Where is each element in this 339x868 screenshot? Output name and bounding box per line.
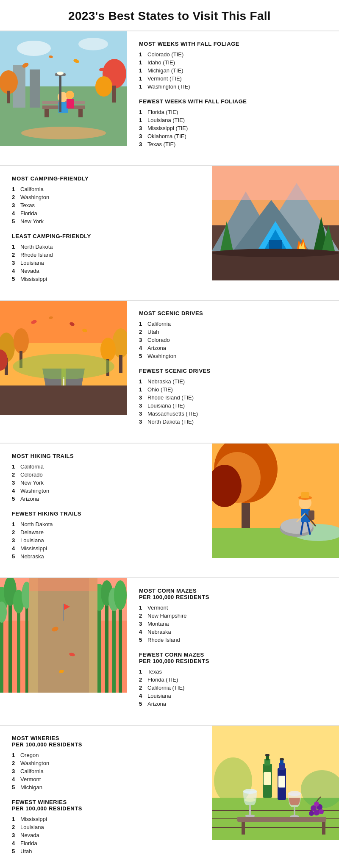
svg-point-17 [66, 91, 74, 99]
list-item: 2Delaware [12, 528, 200, 536]
svg-point-6 [0, 70, 18, 94]
list-item: 5Utah [12, 847, 200, 855]
list-item: 3Oklahoma (TIE) [139, 132, 327, 140]
scenic-content: MOST SCENIC DRIVES 1California 2Utah 3Co… [127, 301, 339, 443]
list-item: 1Washington (TIE) [139, 83, 327, 91]
most-scenic-block: MOST SCENIC DRIVES 1California 2Utah 3Co… [139, 310, 327, 360]
winery-section: MOST WINERIES PER 100,000 RESIDENTS 1Ore… [0, 725, 339, 868]
svg-rect-133 [294, 807, 295, 816]
list-item: 5Nebraska [12, 552, 200, 560]
most-hiking-block: MOST HIKING TRAILS 1California 2Colorado… [12, 453, 200, 503]
most-foliage-block: MOST WEEKS WITH FALL FOLIAGE 1Colorado (… [139, 41, 327, 91]
fewest-corn-block: FEWEST CORN MAZES PER 100,000 RESIDENTS … [139, 652, 327, 708]
svg-point-26 [21, 127, 106, 139]
svg-rect-18 [67, 99, 74, 108]
svg-point-2 [78, 38, 108, 50]
list-item: 3Rhode Island (TIE) [139, 394, 327, 402]
winery-content: MOST WINERIES PER 100,000 RESIDENTS 1Ore… [0, 726, 212, 868]
most-scenic-title: MOST SCENIC DRIVES [139, 310, 327, 316]
list-item: 1North Dakota [12, 520, 200, 528]
svg-rect-52 [119, 355, 122, 373]
corn-maze-image [0, 578, 127, 693]
fewest-corn-list: 1Texas 2Florida (TIE) 2California (TIE) … [139, 668, 327, 708]
svg-rect-143 [322, 822, 325, 835]
page-title: 2023's Best States to Visit This Fall [0, 0, 339, 31]
list-item: 1Louisiana (TIE) [139, 116, 327, 124]
svg-rect-142 [242, 822, 245, 835]
list-item: 5Arizona [139, 700, 327, 708]
svg-rect-127 [278, 776, 285, 788]
svg-rect-129 [249, 805, 251, 816]
fewest-foliage-title: FEWEST WEEKS WITH FALL FOLIAGE [139, 98, 327, 105]
list-item: 4Washington [12, 487, 200, 495]
svg-point-140 [314, 801, 319, 807]
svg-point-43 [212, 249, 339, 257]
corn-maze-section: MOST CORN MAZES PER 100,000 RESIDENTS 1V… [0, 577, 339, 725]
svg-point-10 [95, 76, 112, 97]
most-camping-title: MOST CAMPING-FRIENDLY [12, 175, 200, 182]
fewest-foliage-list: 1Florida (TIE) 1Louisiana (TIE) 3Mississ… [139, 108, 327, 148]
list-item: 1Idaho (TIE) [139, 58, 327, 67]
list-item: 5Mississippi [12, 275, 200, 283]
list-item: 1California [139, 320, 327, 328]
most-foliage-list: 1Colorado (TIE) 1Idaho (TIE) 1Michigan (… [139, 50, 327, 91]
list-item: 2Rhode Island [12, 251, 200, 259]
most-scenic-list: 1California 2Utah 3Colorado 4Arizona 5Wa… [139, 320, 327, 360]
list-item: 4Florida [12, 209, 200, 217]
list-item: 3North Dakota (TIE) [139, 418, 327, 426]
fewest-hiking-block: FEWEST HIKING TRAILS 1North Dakota 2Dela… [12, 510, 200, 560]
svg-rect-38 [269, 240, 282, 249]
list-item: 2Colorado [12, 471, 200, 479]
most-camping-block: MOST CAMPING-FRIENDLY 1California 2Washi… [12, 175, 200, 225]
list-item: 4Nebraska [139, 628, 327, 636]
list-item: 5Arizona [12, 495, 200, 503]
camping-content: MOST CAMPING-FRIENDLY 1California 2Washi… [0, 166, 212, 300]
list-item: 2California (TIE) [139, 684, 327, 692]
svg-point-60 [13, 354, 114, 379]
most-corn-block: MOST CORN MAZES PER 100,000 RESIDENTS 1V… [139, 588, 327, 644]
svg-rect-9 [112, 86, 116, 103]
svg-point-131 [245, 798, 256, 802]
fewest-hiking-title: FEWEST HIKING TRAILS [12, 510, 200, 517]
most-corn-title: MOST CORN MAZES PER 100,000 RESIDENTS [139, 588, 327, 600]
list-item: 5Washington [139, 352, 327, 360]
list-item: 5Rhode Island [139, 636, 327, 644]
foliage-section: MOST WEEKS WITH FALL FOLIAGE 1Colorado (… [0, 31, 339, 165]
list-item: 4Nevada [12, 267, 200, 275]
list-item: 3New York [12, 479, 200, 487]
fewest-scenic-block: FEWEST SCENIC DRIVES 1Nebraska (TIE) 1Oh… [139, 368, 327, 426]
list-item: 3Montana [139, 620, 327, 628]
list-item: 3Nevada [12, 831, 200, 839]
list-item: 1Vermont [139, 604, 327, 612]
svg-rect-95 [97, 597, 101, 693]
list-item: 1Oregon [12, 751, 200, 759]
list-item: 2Florida (TIE) [139, 676, 327, 684]
list-item: 3California [12, 767, 200, 775]
list-item: 3Louisiana [12, 259, 200, 267]
svg-point-139 [319, 809, 324, 814]
svg-point-48 [14, 328, 29, 354]
fewest-hiking-list: 1North Dakota 2Delaware 3Louisiana 4Miss… [12, 520, 200, 560]
list-item: 4Vermont [12, 775, 200, 783]
svg-rect-121 [265, 754, 270, 756]
svg-rect-13 [78, 109, 83, 117]
list-item: 1Mississippi [12, 815, 200, 823]
list-item: 1Ohio (TIE) [139, 385, 327, 394]
list-item: 3Mississippi (TIE) [139, 124, 327, 132]
fewest-foliage-block: FEWEST WEEKS WITH FALL FOLIAGE 1Florida … [139, 98, 327, 148]
list-item: 1Nebraska (TIE) [139, 377, 327, 385]
svg-point-1 [17, 41, 51, 56]
list-item: 4Louisiana [139, 692, 327, 700]
fewest-winery-list: 1Mississippi 2Louisiana 3Nevada 4Florida… [12, 815, 200, 855]
svg-rect-5 [30, 69, 40, 108]
list-item: 5New York [12, 217, 200, 225]
list-item: 2New Hampshire [139, 612, 327, 620]
svg-point-137 [314, 810, 320, 815]
winery-image [212, 726, 339, 840]
list-item: 1California [12, 463, 200, 471]
camping-image [212, 166, 339, 280]
corn-maze-content: MOST CORN MAZES PER 100,000 RESIDENTS 1V… [127, 578, 339, 725]
svg-rect-93 [25, 595, 28, 693]
svg-rect-7 [7, 91, 10, 103]
svg-rect-99 [112, 599, 116, 693]
